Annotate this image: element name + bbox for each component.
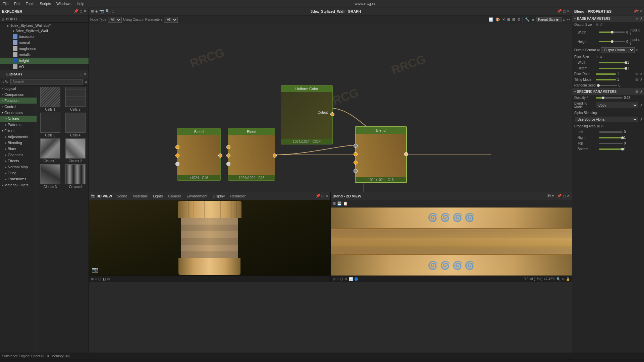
lib-item-cells4[interactable]: Cells 4 [63,113,87,137]
view2d-lock-icon[interactable]: 🔒 [566,277,570,281]
view3d-content[interactable]: 📷 [89,200,330,276]
cropping-area-icon2[interactable]: ↺ [601,124,604,128]
pixel-width-handle[interactable] [625,61,627,64]
tree-blending[interactable]: ▸ Blending [0,140,37,146]
base-icon1[interactable]: ≡ [636,17,638,20]
view2d-content[interactable]: 🌀 🌀 🌀 🌀 🌀 🌀 🌀 🌀 [331,207,572,276]
lib-item-creased[interactable]: Creased [63,164,87,189]
explorer-file[interactable]: ▸ 3dex_Stylized_Wall.sbs* [0,23,89,28]
tree-matfilters[interactable]: ▸ Material Filters [0,182,37,188]
explorer-tb-refresh[interactable]: ↺ [6,17,9,21]
tree-noises[interactable]: ▾ Noises [0,116,37,122]
view3d-close-icon[interactable]: ✕ [325,194,328,198]
props-pin-icon[interactable]: 📌 [633,9,637,13]
base-icon2[interactable]: ↺ [639,17,642,20]
explorer-ch-ao[interactable]: AO [0,64,89,70]
output-width-handle[interactable] [611,31,613,34]
parent-size-btn[interactable]: Parent Size ▶ [536,17,561,22]
tree-effects[interactable]: ▸ Effects [0,158,37,164]
blending-mode-select[interactable]: Copy Multiply Screen [596,103,638,108]
explorer-expand-icon[interactable]: □ [80,9,82,13]
cropping-area-icon1[interactable]: ⊞ [597,124,600,128]
node-b3-in3[interactable] [354,161,358,165]
pixel-size-icon1[interactable]: ⊞ [596,55,598,59]
node-blend3[interactable]: Blend 1024x1024 - C16 [355,126,407,183]
specific-params-header[interactable]: ▾ SPECIFIC PARAMETERS ⊞ ↺ [572,88,644,95]
tiling-mode-icon2[interactable]: ↺ [639,78,642,81]
vb-icon3[interactable]: ⬡ [98,277,101,281]
crop-top-slider[interactable] [599,143,623,144]
tab-environment[interactable]: Environment [186,194,208,198]
output-width-slider[interactable] [599,32,625,33]
node-uc-output-port[interactable] [330,112,334,116]
library-close[interactable]: ✕ [84,72,87,76]
vb-icon2[interactable]: ○ [95,277,97,281]
tree-function[interactable]: ▸ Function [0,98,37,104]
vb-icon1[interactable]: ⊞ [91,277,94,281]
vb-icon4[interactable]: ◧ [103,277,106,281]
graph-cam-icon[interactable]: 📷 [99,9,104,13]
crop-left-slider[interactable] [599,131,623,133]
lib-item-cells2[interactable]: Cells 2 [63,87,87,111]
opacity-handle[interactable] [602,97,604,99]
gtb-icon1[interactable]: 📊 [488,17,494,22]
crop-right-slider[interactable] [599,137,623,138]
pixel-ratio-icon2[interactable]: ↺ [639,72,642,76]
node-b2-in1[interactable] [226,145,230,149]
pixel-ratio-slider[interactable] [596,73,616,75]
tab-display[interactable]: Display [212,194,225,198]
lib-item-clouds1[interactable]: Clouds 1 [38,138,62,163]
gtb-icon10[interactable]: ⇔ [566,17,571,22]
crop-bottom-handle[interactable] [621,148,624,150]
node-b1-out[interactable] [218,154,222,158]
node-b2-in2[interactable] [226,154,230,158]
tree-comparison[interactable]: ▸ Comparison [0,92,37,98]
explorer-tb-btn1[interactable]: ⊞ [10,17,13,21]
graph-close-icon[interactable]: ✕ [567,9,570,13]
v2d-b6[interactable]: 🔵 [354,277,358,281]
gtb-icon3[interactable]: ✕ [501,17,506,22]
node-b1-in3[interactable] [175,162,179,166]
tab-scene[interactable]: Scene [116,194,128,198]
tree-logical[interactable]: ▸ Logical [0,85,37,92]
v2d-tb3[interactable]: 📋 [343,201,348,206]
gtb-icon5[interactable]: ⊟ [512,17,516,22]
explorer-tb-btn3[interactable]: ↑ [18,17,20,21]
node-b2-out[interactable] [273,154,277,158]
node-blend1[interactable]: Blend x1024 - C16 [177,128,221,181]
v2d-b5[interactable]: 📊 [349,277,353,281]
view3d-pin-icon[interactable]: 📌 [316,194,320,198]
lib-tb-edit[interactable]: ✎ [5,79,8,84]
custom-params-select[interactable]: All [164,17,178,23]
tree-tiling[interactable]: ▸ Tiling [0,170,37,176]
view2d-close-icon[interactable]: ✕ [567,194,570,198]
v2d-tb2[interactable]: 💾 [337,201,342,206]
output-format-select[interactable]: Output Chann... [601,47,635,53]
gtb-icon8[interactable]: ◈ [531,17,535,22]
pixel-height-handle[interactable] [625,67,627,70]
graph-expand-icon[interactable]: □ [563,9,566,13]
node-b1-in2[interactable] [175,154,179,158]
random-seed-handle[interactable] [597,84,600,87]
explorer-tb-btn4[interactable]: ↓ [21,17,23,21]
tree-transforms[interactable]: ▸ Transforms [0,176,37,182]
tree-filters[interactable]: ▾ Filters [0,128,37,134]
menu-edit[interactable]: Edit [14,2,20,6]
pixel-height-slider[interactable] [599,68,626,69]
tab-materials[interactable]: Materials [132,194,148,198]
explorer-ch-basecolor[interactable]: basecolor [0,34,89,40]
random-seed-slider[interactable] [597,85,617,86]
tree-patterns[interactable]: ▸ Patterns [0,122,37,128]
output-size-icon1[interactable]: ⊞ [596,23,598,26]
tree-channels[interactable]: ▸ Channels [0,152,37,158]
view2d-scene[interactable]: 🌀 🌀 🌀 🌀 🌀 🌀 🌀 🌀 [331,207,572,276]
explorer-ch-normal[interactable]: normal [0,40,89,46]
output-height-handle[interactable] [611,40,613,43]
output-height-slider[interactable] [599,41,625,42]
lib-item-clouds3[interactable]: Clouds 3 [38,164,62,189]
graph-pin-icon[interactable]: 📌 [557,9,562,13]
node-b3-in1[interactable] [354,144,358,148]
vb-icon5[interactable]: ⚙ [107,277,110,281]
v2d-b1[interactable]: ⊞ [333,277,335,281]
explorer-tb-btn2[interactable]: ⊟ [14,17,17,21]
